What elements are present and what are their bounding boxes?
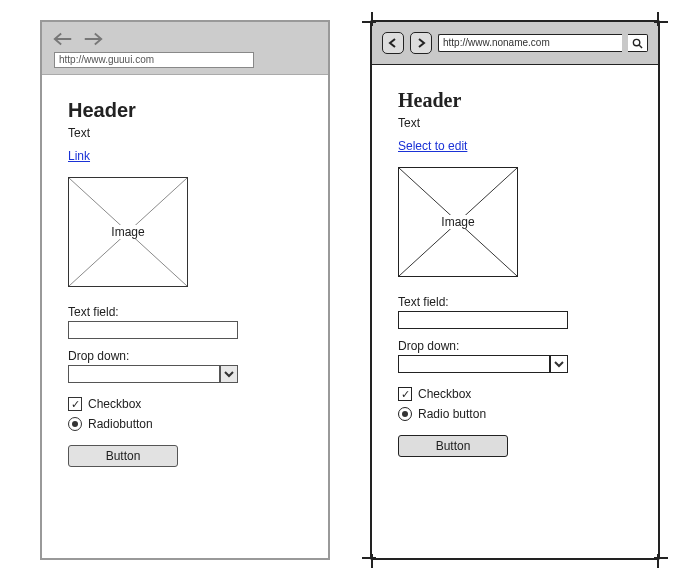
svg-point-2: [633, 39, 639, 45]
page-text: Text: [398, 116, 632, 130]
radio-label: Radio button: [418, 407, 486, 421]
page-link[interactable]: Select to edit: [398, 139, 467, 153]
radio-label: Radiobutton: [88, 417, 153, 431]
wireframe-clean: http://www.guuui.com Header Text Link Im…: [40, 20, 330, 560]
checkbox[interactable]: ✓: [398, 387, 412, 401]
submit-button[interactable]: Button: [398, 435, 508, 457]
page-text: Text: [68, 126, 302, 140]
search-button[interactable]: [628, 34, 648, 52]
text-field[interactable]: [398, 311, 568, 329]
svg-line-3: [639, 45, 642, 48]
textfield-label: Text field:: [398, 295, 632, 309]
submit-button[interactable]: Button: [68, 445, 178, 467]
url-bar[interactable]: http://www.noname.com: [438, 34, 622, 52]
chevron-down-icon: [554, 359, 564, 369]
back-arrow-icon[interactable]: [52, 30, 74, 48]
dropdown-label: Drop down:: [68, 349, 302, 363]
dropdown-button[interactable]: [220, 365, 238, 383]
browser-toolbar: http://www.guuui.com: [42, 22, 328, 75]
page-header: Header: [398, 89, 632, 112]
url-bar[interactable]: http://www.guuui.com: [54, 52, 254, 68]
image-placeholder: Image: [398, 167, 518, 277]
forward-arrow-icon: [415, 37, 427, 49]
checkbox-label: Checkbox: [88, 397, 141, 411]
dropdown-field[interactable]: [398, 355, 550, 373]
image-label: Image: [107, 225, 148, 239]
search-icon: [632, 38, 643, 49]
radio-button[interactable]: [398, 407, 412, 421]
browser-toolbar: http://www.noname.com: [372, 22, 658, 65]
image-label: Image: [435, 215, 480, 229]
checkbox[interactable]: ✓: [68, 397, 82, 411]
wireframe-sketch: http://www.noname.com Header Text Select…: [370, 20, 660, 560]
back-arrow-icon: [387, 37, 399, 49]
dropdown-label: Drop down:: [398, 339, 632, 353]
back-button[interactable]: [382, 32, 404, 54]
checkbox-label: Checkbox: [418, 387, 471, 401]
forward-arrow-icon[interactable]: [82, 30, 104, 48]
forward-button[interactable]: [410, 32, 432, 54]
textfield-label: Text field:: [68, 305, 302, 319]
page-header: Header: [68, 99, 302, 122]
radio-button[interactable]: [68, 417, 82, 431]
dropdown-button[interactable]: [550, 355, 568, 373]
chevron-down-icon: [224, 369, 234, 379]
text-field[interactable]: [68, 321, 238, 339]
page-link[interactable]: Link: [68, 149, 90, 163]
dropdown-field[interactable]: [68, 365, 220, 383]
image-placeholder: Image: [68, 177, 188, 287]
